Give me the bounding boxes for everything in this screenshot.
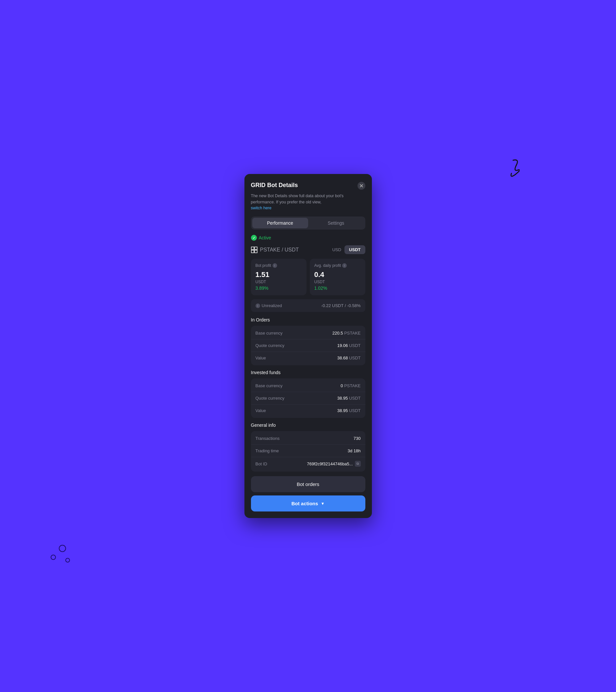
currency-toggle: USD USDT	[332, 245, 365, 254]
in-orders-base-currency-value: 220.5 PSTAKE	[332, 331, 361, 336]
unrealized-label: i Unrealized	[256, 303, 282, 308]
base-currency-name: PSTAKE	[260, 247, 280, 252]
invested-base-currency-value: 0 PSTAKE	[340, 383, 360, 388]
invested-value-label: Value	[256, 408, 266, 413]
bot-profit-value: 1.51	[256, 270, 302, 279]
avg-daily-profit-info-icon[interactable]: i	[342, 263, 347, 268]
usd-label[interactable]: USD	[332, 247, 341, 252]
decorative-scribble	[493, 157, 520, 180]
invested-funds-title: Invested funds	[251, 370, 365, 375]
profit-cards: Bot profit i 1.51 USDT 3.89% Avg. daily …	[251, 259, 365, 295]
avg-daily-profit-percentage: 1.02%	[314, 286, 361, 291]
quote-currency-name: USDT	[285, 247, 299, 252]
pair-icon	[251, 247, 258, 253]
bot-actions-button[interactable]: Bot actions ▼	[251, 496, 365, 511]
svg-rect-2	[251, 250, 254, 253]
svg-rect-3	[255, 250, 257, 253]
dropdown-arrow-icon: ▼	[321, 501, 325, 506]
in-orders-quote-currency-label: Quote currency	[256, 343, 285, 348]
copy-icon[interactable]: ⧉	[355, 461, 361, 467]
modal-header: GRID Bot Details	[251, 182, 365, 190]
bot-id-row: Bot ID 769f2c9f32144746ba5... ⧉	[251, 457, 365, 470]
bot-id-container: 769f2c9f32144746ba5... ⧉	[307, 461, 360, 467]
trading-time-value: 3d 18h	[348, 448, 361, 453]
modal-subtitle: The new Bot Details show full data about…	[251, 193, 365, 211]
status-row: Active	[251, 235, 365, 241]
pair-name: PSTAKE / USDT	[260, 247, 299, 253]
grid-bot-details-modal: GRID Bot Details The new Bot Details sho…	[244, 174, 372, 518]
tab-performance[interactable]: Performance	[252, 218, 308, 228]
in-orders-quote-currency-value: 19.06 USDT	[337, 343, 361, 348]
bot-actions-label: Bot actions	[291, 501, 318, 506]
invested-base-currency-row: Base currency 0 PSTAKE	[251, 380, 365, 392]
in-orders-title: In Orders	[251, 317, 365, 322]
trading-time-row: Trading time 3d 18h	[251, 445, 365, 457]
close-icon	[359, 183, 364, 188]
trading-time-label: Trading time	[256, 448, 279, 453]
bot-id-value: 769f2c9f32144746ba5...	[307, 461, 353, 466]
tabs-container: Performance Settings	[251, 216, 365, 230]
subtitle-text: The new Bot Details show full data about…	[251, 194, 344, 204]
unrealized-row: i Unrealized -0.22 USDT / -0.58%	[251, 299, 365, 312]
transactions-row: Transactions 730	[251, 432, 365, 445]
pair-row: PSTAKE / USDT USD USDT	[251, 245, 365, 254]
usdt-button[interactable]: USDT	[345, 245, 365, 254]
invested-quote-currency-label: Quote currency	[256, 396, 285, 401]
avg-daily-profit-value: 0.4	[314, 270, 361, 279]
status-indicator	[251, 235, 257, 241]
status-text: Active	[259, 235, 271, 240]
in-orders-value-row: Value 38.68 USDT	[251, 352, 365, 364]
transactions-value: 730	[354, 436, 361, 441]
svg-rect-1	[255, 247, 257, 250]
in-orders-value: 38.68 USDT	[337, 355, 361, 360]
modal-title: GRID Bot Details	[251, 182, 298, 189]
in-orders-value-label: Value	[256, 355, 266, 360]
switch-here-link[interactable]: switch here	[251, 206, 271, 210]
bot-profit-percentage: 3.89%	[256, 286, 302, 291]
avg-daily-profit-label: Avg. daily profit i	[314, 263, 361, 268]
invested-quote-currency-value: 38.95 USDT	[337, 396, 361, 401]
avg-daily-profit-currency: USDT	[314, 280, 361, 284]
bot-id-label: Bot ID	[256, 461, 267, 466]
invested-value-row: Value 38.95 USDT	[251, 404, 365, 417]
svg-rect-0	[251, 247, 254, 250]
unrealized-value: -0.22 USDT / -0.58%	[321, 303, 361, 308]
invested-base-currency-label: Base currency	[256, 383, 283, 388]
tab-settings[interactable]: Settings	[308, 218, 364, 228]
bot-profit-currency: USDT	[256, 280, 302, 284]
invested-quote-currency-row: Quote currency 38.95 USDT	[251, 392, 365, 404]
avg-daily-profit-card: Avg. daily profit i 0.4 USDT 1.02%	[310, 259, 365, 295]
bot-profit-card: Bot profit i 1.51 USDT 3.89%	[251, 259, 307, 295]
bot-profit-info-icon[interactable]: i	[272, 263, 277, 268]
invested-value: 38.95 USDT	[337, 408, 361, 413]
general-info-title: General info	[251, 422, 365, 428]
in-orders-quote-currency-row: Quote currency 19.06 USDT	[251, 339, 365, 352]
bot-profit-label: Bot profit i	[256, 263, 302, 268]
close-button[interactable]	[357, 182, 365, 190]
general-info-card: Transactions 730 Trading time 3d 18h Bot…	[251, 431, 365, 471]
unrealized-info-icon[interactable]: i	[256, 303, 260, 308]
in-orders-base-currency-row: Base currency 220.5 PSTAKE	[251, 327, 365, 339]
pair-info: PSTAKE / USDT	[251, 247, 299, 253]
invested-funds-card: Base currency 0 PSTAKE Quote currency 38…	[251, 378, 365, 418]
in-orders-card: Base currency 220.5 PSTAKE Quote currenc…	[251, 326, 365, 365]
in-orders-base-currency-label: Base currency	[256, 331, 283, 336]
bot-orders-button[interactable]: Bot orders	[251, 476, 365, 492]
transactions-label: Transactions	[256, 436, 280, 441]
